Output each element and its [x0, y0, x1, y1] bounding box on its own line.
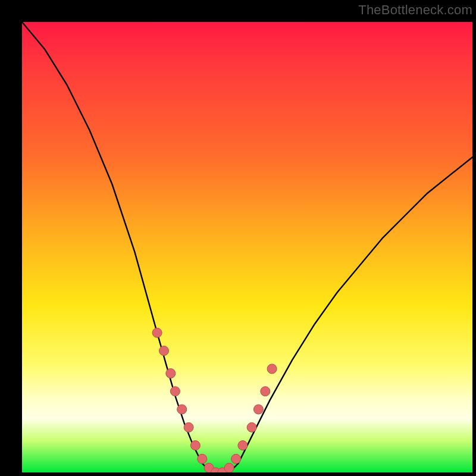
data-marker	[253, 405, 263, 414]
credit-text: TheBottleneck.com	[358, 2, 472, 18]
data-marker	[152, 328, 162, 337]
data-marker	[166, 369, 176, 378]
chart-frame: TheBottleneck.com	[0, 0, 476, 476]
plot-area	[22, 22, 472, 472]
data-marker	[238, 441, 248, 450]
data-marker	[170, 387, 180, 396]
data-marker	[198, 454, 207, 464]
data-marker	[267, 364, 277, 374]
data-marker	[184, 422, 193, 432]
data-marker	[177, 405, 187, 414]
data-marker	[190, 441, 200, 450]
chart-svg	[22, 22, 472, 472]
data-marker	[261, 387, 270, 396]
data-marker	[159, 346, 169, 356]
data-marker	[224, 463, 234, 472]
data-marker	[247, 422, 256, 432]
data-marker	[231, 454, 241, 464]
bottleneck-curve	[22, 22, 472, 472]
